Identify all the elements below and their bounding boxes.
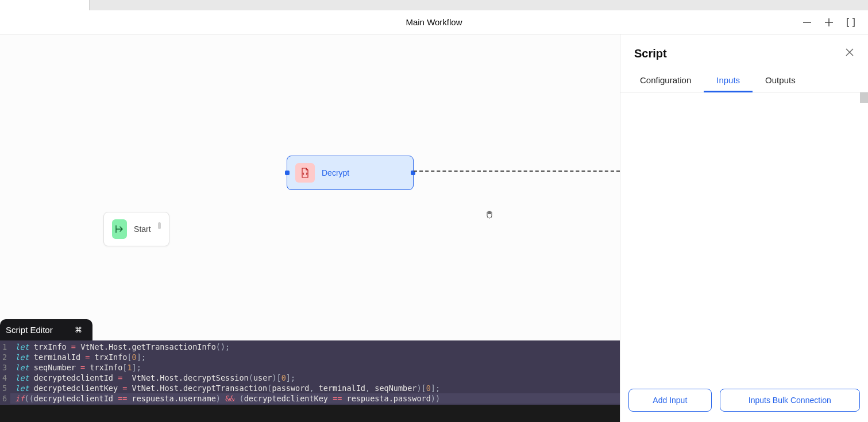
node-start[interactable]: Start: [103, 212, 169, 246]
node-decrypt-input-port[interactable]: [285, 171, 290, 175]
code-line-4: let decryptedclientId = VtNet.Host.decry…: [10, 373, 295, 382]
top-toolbar-strip: [89, 0, 868, 10]
panel-header: Script: [620, 34, 868, 69]
scrollbar-thumb[interactable]: [860, 92, 868, 103]
header-actions: [801, 17, 857, 28]
script-editor-title: Script Editor: [6, 325, 53, 335]
bottom-strip: [0, 405, 620, 422]
code-line-6: if((decryptedclientId == respuesta.usern…: [10, 393, 620, 404]
plus-icon[interactable]: [823, 17, 835, 28]
node-decrypt[interactable]: Decrypt: [287, 156, 414, 190]
code-area[interactable]: 1 2 3 4 5 6 let trxInfo = VtNet.Host.get…: [0, 340, 620, 405]
connection-line: [414, 171, 620, 172]
script-editor-tab[interactable]: Script Editor ⌘: [0, 319, 92, 340]
side-panel: Script Configuration Inputs Outputs Add …: [620, 34, 868, 422]
panel-title: Script: [634, 47, 667, 60]
tab-inputs[interactable]: Inputs: [704, 69, 753, 92]
script-editor: Script Editor ⌘ 1 2 3 4 5 6 let trxInfo …: [0, 319, 620, 405]
node-start-label: Start: [134, 224, 151, 234]
code-line-5: let decryptedclientKey = VtNet.Host.decr…: [10, 384, 440, 393]
close-icon[interactable]: [845, 48, 854, 60]
tab-configuration[interactable]: Configuration: [627, 69, 704, 92]
panel-tabs: Configuration Inputs Outputs: [620, 69, 868, 92]
brackets-icon[interactable]: [845, 17, 857, 28]
code-file-icon: [295, 163, 315, 183]
node-decrypt-label: Decrypt: [322, 168, 349, 177]
start-icon: [112, 219, 127, 239]
inputs-bulk-connection-button[interactable]: Inputs Bulk Connection: [720, 389, 860, 412]
node-start-output-port[interactable]: [158, 222, 161, 229]
panel-footer: Add Input Inputs Bulk Connection: [620, 382, 868, 422]
line-gutter: 1 2 3 4 5 6: [0, 340, 10, 405]
minimize-icon[interactable]: [801, 17, 813, 28]
code-line-1: let trxInfo = VtNet.Host.getTransactionI…: [10, 342, 230, 351]
panel-body: [620, 92, 868, 382]
grab-cursor-icon: [484, 210, 495, 221]
code-lines[interactable]: let trxInfo = VtNet.Host.getTransactionI…: [10, 340, 620, 405]
workflow-title: Main Workflow: [406, 17, 462, 27]
code-line-2: let terminalId = trxInfo[0];: [10, 353, 146, 362]
code-line-3: let seqNumber = trxInfo[1];: [10, 363, 141, 372]
command-icon: ⌘: [75, 326, 82, 334]
add-input-button[interactable]: Add Input: [628, 389, 712, 412]
workflow-header: Main Workflow: [0, 10, 868, 34]
tab-outputs[interactable]: Outputs: [753, 69, 808, 92]
